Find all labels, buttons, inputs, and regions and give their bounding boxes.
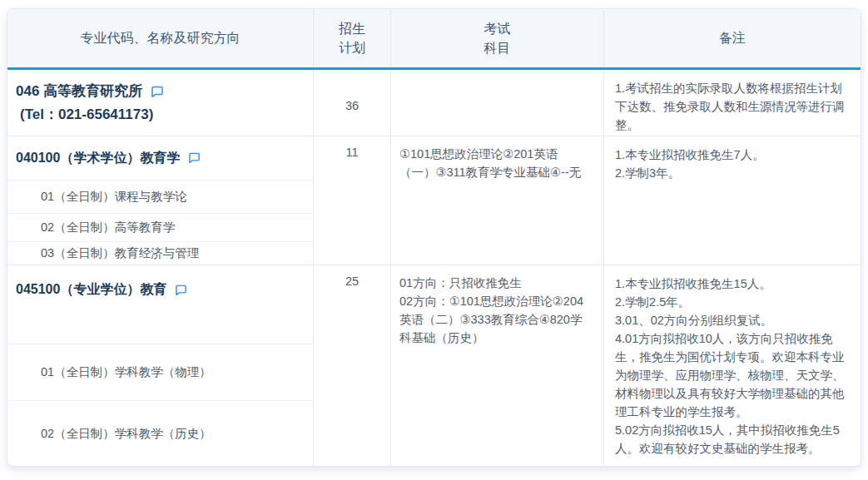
- cell-remarks: 1.本专业拟招收推免生15人。 2.学制2.5年。 3.01、02方向分别组织复…: [603, 265, 861, 466]
- direction-row: 01（全日制）学科教学（物理）: [7, 344, 313, 400]
- cell-enrollment-plan: 25: [313, 265, 390, 466]
- header-major-code: 专业代码、名称及研究方向: [7, 9, 313, 67]
- header-enrollment-plan: 招生 计划: [313, 9, 390, 67]
- cell-exam-subjects: ①101思想政治理论②201英语（一）③311教育学专业基础④--无: [390, 136, 603, 265]
- cell-remarks: 1.本专业拟招收推免生7人。 2.学制3年。: [603, 136, 861, 265]
- header-label-line2: 计划: [339, 38, 365, 57]
- header-remarks: 备注: [603, 9, 861, 67]
- header-label-line1: 考试: [484, 19, 511, 38]
- table-row-major-040100: 040100（学术学位）教育学 01（全日制）课程与教学论 02（全日制）高等教…: [7, 136, 861, 265]
- direction-row: 01（全日制）课程与教学论: [7, 180, 313, 213]
- table-header-row: 专业代码、名称及研究方向 招生 计划 考试 科目 备注: [7, 9, 861, 67]
- header-label: 专业代码、名称及研究方向: [81, 28, 241, 47]
- cell-enrollment-plan: 36: [313, 70, 390, 142]
- table-row-major-045100: 045100（专业学位）教育 01（全日制）学科教学（物理） 02（全日制）学科…: [7, 265, 861, 466]
- comment-icon[interactable]: [175, 284, 187, 296]
- admissions-table: 专业代码、名称及研究方向 招生 计划 考试 科目 备注 046 高等教育研究所: [7, 8, 861, 467]
- comment-icon[interactable]: [151, 85, 164, 98]
- direction-row: 02（全日制）学科教学（历史）: [7, 400, 313, 466]
- direction-row: 03（全日制）教育经济与管理: [7, 241, 313, 265]
- cell-remarks: 1.考试招生的实际录取人数将根据招生计划下达数、推免录取人数和生源情况等进行调整…: [603, 70, 861, 142]
- table-row-institute-046: 046 高等教育研究所 (Tel：021-65641173) 36 1.考试招生…: [7, 70, 861, 136]
- direction-row: 02（全日制）高等教育学: [7, 213, 313, 241]
- major-title: 040100（学术学位）教育学: [16, 147, 180, 169]
- comment-icon[interactable]: [188, 151, 201, 164]
- major-title: 045100（专业学位）教育: [16, 279, 166, 300]
- cell-major-name: 046 高等教育研究所 (Tel：021-65641173): [7, 70, 313, 142]
- cell-exam-subjects: 01方向：只招收推免生 02方向：①101思想政治理论②204英语（二）③333…: [390, 265, 603, 466]
- header-label-line2: 科目: [484, 38, 511, 57]
- cell-major-name: 045100（专业学位）教育 01（全日制）学科教学（物理） 02（全日制）学科…: [7, 265, 313, 466]
- cell-exam-subjects: [390, 70, 603, 142]
- cell-major-name: 040100（学术学位）教育学 01（全日制）课程与教学论 02（全日制）高等教…: [7, 136, 313, 265]
- header-label: 备注: [719, 28, 746, 47]
- institute-title: 046 高等教育研究所: [16, 81, 142, 102]
- header-label-line1: 招生: [339, 19, 365, 38]
- cell-enrollment-plan: 11: [313, 136, 390, 265]
- institute-tel: (Tel：021-65641173): [16, 104, 305, 126]
- header-exam-subjects: 考试 科目: [390, 9, 603, 67]
